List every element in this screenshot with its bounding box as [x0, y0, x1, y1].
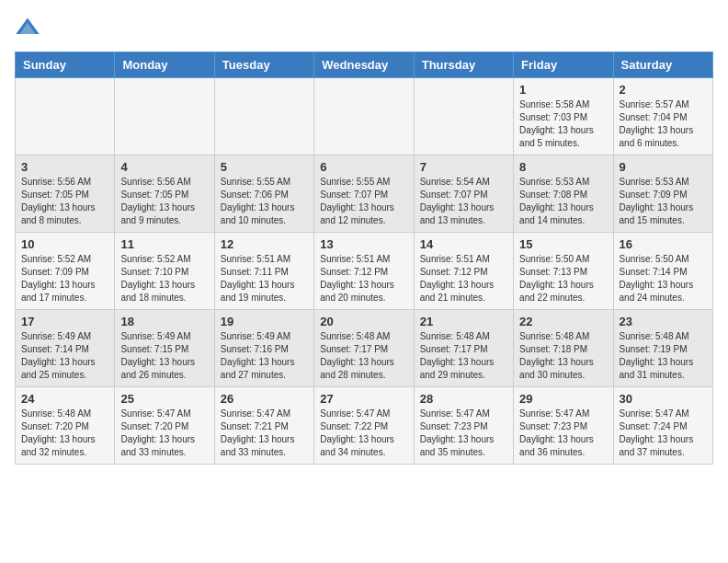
- day-info: Sunrise: 5:47 AM Sunset: 7:23 PM Dayligh…: [519, 408, 607, 459]
- calendar-cell: 14Sunrise: 5:51 AM Sunset: 7:12 PM Dayli…: [414, 233, 513, 310]
- day-number: 25: [120, 392, 208, 406]
- day-number: 6: [320, 160, 407, 174]
- calendar-cell: 10Sunrise: 5:52 AM Sunset: 7:09 PM Dayli…: [16, 233, 115, 310]
- day-number: 12: [221, 237, 308, 251]
- day-number: 18: [120, 315, 208, 328]
- day-number: 7: [420, 160, 507, 174]
- day-info: Sunrise: 5:48 AM Sunset: 7:17 PM Dayligh…: [320, 330, 407, 382]
- calendar-table: SundayMondayTuesdayWednesdayThursdayFrid…: [15, 52, 713, 465]
- day-number: 1: [519, 83, 607, 97]
- calendar-cell: 16Sunrise: 5:50 AM Sunset: 7:14 PM Dayli…: [613, 233, 712, 310]
- day-info: Sunrise: 5:47 AM Sunset: 7:21 PM Dayligh…: [221, 408, 308, 459]
- weekday-header-sunday: Sunday: [16, 52, 115, 78]
- day-info: Sunrise: 5:53 AM Sunset: 7:08 PM Dayligh…: [519, 176, 607, 227]
- weekday-header-thursday: Thursday: [414, 52, 513, 78]
- day-number: 23: [620, 315, 707, 328]
- day-info: Sunrise: 5:58 AM Sunset: 7:03 PM Dayligh…: [519, 98, 607, 150]
- day-info: Sunrise: 5:49 AM Sunset: 7:16 PM Dayligh…: [221, 330, 308, 382]
- day-number: 30: [620, 392, 707, 406]
- day-number: 3: [21, 160, 108, 174]
- day-info: Sunrise: 5:48 AM Sunset: 7:19 PM Dayligh…: [620, 330, 707, 382]
- calendar-cell: [314, 78, 414, 155]
- calendar-cell: [16, 78, 115, 155]
- calendar-week-row: 1Sunrise: 5:58 AM Sunset: 7:03 PM Daylig…: [16, 78, 713, 155]
- day-info: Sunrise: 5:57 AM Sunset: 7:04 PM Dayligh…: [620, 98, 707, 150]
- page-header: [15, 15, 713, 40]
- day-info: Sunrise: 5:47 AM Sunset: 7:20 PM Dayligh…: [120, 408, 208, 459]
- calendar-cell: 6Sunrise: 5:55 AM Sunset: 7:07 PM Daylig…: [314, 155, 414, 233]
- day-info: Sunrise: 5:53 AM Sunset: 7:09 PM Dayligh…: [620, 176, 707, 227]
- day-info: Sunrise: 5:49 AM Sunset: 7:15 PM Dayligh…: [120, 330, 208, 382]
- day-info: Sunrise: 5:51 AM Sunset: 7:12 PM Dayligh…: [420, 253, 507, 304]
- day-info: Sunrise: 5:49 AM Sunset: 7:14 PM Dayligh…: [21, 330, 108, 382]
- day-number: 9: [620, 160, 707, 174]
- day-number: 2: [620, 83, 707, 97]
- calendar-cell: [115, 78, 214, 155]
- calendar-cell: 3Sunrise: 5:56 AM Sunset: 7:05 PM Daylig…: [16, 155, 115, 233]
- calendar-cell: 12Sunrise: 5:51 AM Sunset: 7:11 PM Dayli…: [214, 233, 313, 310]
- calendar-cell: 5Sunrise: 5:55 AM Sunset: 7:06 PM Daylig…: [214, 155, 313, 233]
- calendar-cell: 9Sunrise: 5:53 AM Sunset: 7:09 PM Daylig…: [613, 155, 712, 233]
- calendar-cell: 19Sunrise: 5:49 AM Sunset: 7:16 PM Dayli…: [214, 310, 313, 387]
- calendar-cell: 26Sunrise: 5:47 AM Sunset: 7:21 PM Dayli…: [214, 387, 313, 465]
- calendar-week-row: 24Sunrise: 5:48 AM Sunset: 7:20 PM Dayli…: [16, 387, 713, 465]
- calendar-cell: 8Sunrise: 5:53 AM Sunset: 7:08 PM Daylig…: [514, 155, 613, 233]
- day-number: 5: [221, 160, 308, 174]
- day-info: Sunrise: 5:56 AM Sunset: 7:05 PM Dayligh…: [21, 176, 108, 227]
- calendar-cell: 7Sunrise: 5:54 AM Sunset: 7:07 PM Daylig…: [414, 155, 513, 233]
- calendar-week-row: 17Sunrise: 5:49 AM Sunset: 7:14 PM Dayli…: [16, 310, 713, 387]
- weekday-header-friday: Friday: [514, 52, 613, 78]
- day-info: Sunrise: 5:54 AM Sunset: 7:07 PM Dayligh…: [420, 176, 507, 227]
- day-number: 27: [320, 392, 407, 406]
- logo-icon: [15, 15, 40, 40]
- day-info: Sunrise: 5:47 AM Sunset: 7:24 PM Dayligh…: [620, 408, 707, 459]
- logo: [15, 15, 44, 40]
- day-number: 20: [320, 315, 407, 328]
- calendar-cell: 20Sunrise: 5:48 AM Sunset: 7:17 PM Dayli…: [314, 310, 414, 387]
- calendar-cell: 4Sunrise: 5:56 AM Sunset: 7:05 PM Daylig…: [115, 155, 214, 233]
- calendar-cell: 24Sunrise: 5:48 AM Sunset: 7:20 PM Dayli…: [16, 387, 115, 465]
- calendar-cell: 25Sunrise: 5:47 AM Sunset: 7:20 PM Dayli…: [115, 387, 214, 465]
- day-number: 13: [320, 237, 407, 251]
- day-number: 22: [519, 315, 607, 328]
- day-info: Sunrise: 5:47 AM Sunset: 7:23 PM Dayligh…: [420, 408, 507, 459]
- day-info: Sunrise: 5:47 AM Sunset: 7:22 PM Dayligh…: [320, 408, 407, 459]
- calendar-cell: 28Sunrise: 5:47 AM Sunset: 7:23 PM Dayli…: [414, 387, 513, 465]
- calendar-cell: 1Sunrise: 5:58 AM Sunset: 7:03 PM Daylig…: [514, 78, 613, 155]
- calendar-cell: 22Sunrise: 5:48 AM Sunset: 7:18 PM Dayli…: [514, 310, 613, 387]
- calendar-cell: 27Sunrise: 5:47 AM Sunset: 7:22 PM Dayli…: [314, 387, 414, 465]
- day-info: Sunrise: 5:48 AM Sunset: 7:18 PM Dayligh…: [519, 330, 607, 382]
- day-number: 11: [120, 237, 208, 251]
- day-info: Sunrise: 5:55 AM Sunset: 7:07 PM Dayligh…: [320, 176, 407, 227]
- day-info: Sunrise: 5:48 AM Sunset: 7:20 PM Dayligh…: [21, 408, 108, 459]
- day-number: 29: [519, 392, 607, 406]
- day-number: 10: [21, 237, 108, 251]
- calendar-cell: 29Sunrise: 5:47 AM Sunset: 7:23 PM Dayli…: [514, 387, 613, 465]
- day-number: 4: [120, 160, 208, 174]
- day-number: 17: [21, 315, 108, 328]
- calendar-cell: 23Sunrise: 5:48 AM Sunset: 7:19 PM Dayli…: [613, 310, 712, 387]
- calendar-cell: 15Sunrise: 5:50 AM Sunset: 7:13 PM Dayli…: [514, 233, 613, 310]
- day-number: 14: [420, 237, 507, 251]
- day-number: 21: [420, 315, 507, 328]
- day-info: Sunrise: 5:50 AM Sunset: 7:13 PM Dayligh…: [519, 253, 607, 304]
- day-number: 26: [221, 392, 308, 406]
- day-info: Sunrise: 5:51 AM Sunset: 7:11 PM Dayligh…: [221, 253, 308, 304]
- calendar-cell: 2Sunrise: 5:57 AM Sunset: 7:04 PM Daylig…: [613, 78, 712, 155]
- calendar-week-row: 10Sunrise: 5:52 AM Sunset: 7:09 PM Dayli…: [16, 233, 713, 310]
- day-info: Sunrise: 5:50 AM Sunset: 7:14 PM Dayligh…: [620, 253, 707, 304]
- day-number: 16: [620, 237, 707, 251]
- day-info: Sunrise: 5:52 AM Sunset: 7:09 PM Dayligh…: [21, 253, 108, 304]
- weekday-header-saturday: Saturday: [613, 52, 712, 78]
- calendar-cell: 11Sunrise: 5:52 AM Sunset: 7:10 PM Dayli…: [115, 233, 214, 310]
- calendar-cell: [414, 78, 513, 155]
- day-info: Sunrise: 5:52 AM Sunset: 7:10 PM Dayligh…: [120, 253, 208, 304]
- weekday-header-monday: Monday: [115, 52, 214, 78]
- weekday-header-wednesday: Wednesday: [314, 52, 414, 78]
- day-info: Sunrise: 5:56 AM Sunset: 7:05 PM Dayligh…: [120, 176, 208, 227]
- day-number: 8: [519, 160, 607, 174]
- day-number: 24: [21, 392, 108, 406]
- calendar-cell: 21Sunrise: 5:48 AM Sunset: 7:17 PM Dayli…: [414, 310, 513, 387]
- day-info: Sunrise: 5:55 AM Sunset: 7:06 PM Dayligh…: [221, 176, 308, 227]
- calendar-cell: 17Sunrise: 5:49 AM Sunset: 7:14 PM Dayli…: [16, 310, 115, 387]
